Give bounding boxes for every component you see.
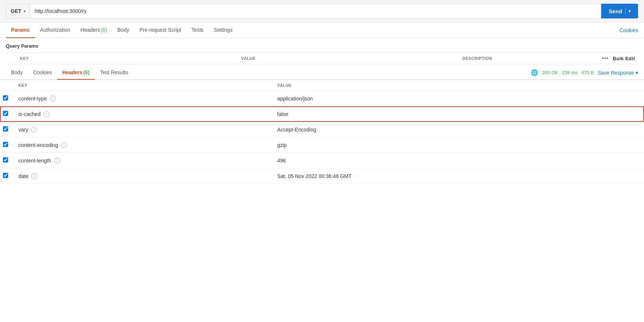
query-params-section: Query Params KEY VALUE DESCRIPTION ••• B…: [0, 38, 644, 64]
info-icon[interactable]: i: [54, 158, 60, 164]
request-tabs: Params Authorization Headers(6) Body Pre…: [0, 23, 644, 38]
info-icon[interactable]: i: [44, 111, 49, 117]
tab-params[interactable]: Params: [6, 23, 35, 38]
tab-pre-request-script[interactable]: Pre-request Script: [134, 23, 186, 38]
row-checkbox-cell: [0, 168, 13, 184]
header-key-text: content-type: [18, 96, 47, 102]
cookies-link[interactable]: Cookies: [619, 23, 638, 38]
resp-col-key: KEY: [13, 80, 271, 91]
header-value-cell: gzip: [271, 137, 644, 153]
tab-settings[interactable]: Settings: [209, 23, 238, 38]
row-checkbox[interactable]: [3, 95, 8, 100]
query-params-title: Query Params: [6, 43, 638, 49]
response-header-row: content-type i application/json: [0, 91, 644, 106]
header-key-cell: content-encoding i: [13, 137, 271, 153]
row-checkbox-cell: [0, 137, 13, 153]
header-key-text: content-length: [18, 158, 51, 164]
row-checkbox[interactable]: [3, 126, 8, 131]
resp-tab-body[interactable]: Body: [6, 66, 28, 80]
header-key-text: date: [18, 173, 28, 179]
info-icon[interactable]: i: [50, 96, 56, 102]
header-value-cell: 496: [271, 153, 644, 168]
params-col-actions: ••• Bulk Edit: [544, 53, 638, 64]
response-header-row: date i Sat, 05 Nov 2022 00:36:48 GMT: [0, 168, 644, 184]
tab-body[interactable]: Body: [112, 23, 134, 38]
header-key-cell: content-type i: [13, 91, 271, 106]
tab-authorization[interactable]: Authorization: [35, 23, 76, 38]
resp-tab-headers[interactable]: Headers(6): [57, 66, 95, 80]
response-header-row: content-encoding i gzip: [0, 137, 644, 153]
row-checkbox[interactable]: [3, 157, 8, 162]
row-checkbox[interactable]: [3, 173, 8, 178]
response-meta: 🌐 200 OK 238 ms 670 B Save Response ▾: [531, 69, 638, 76]
tab-tests[interactable]: Tests: [186, 23, 209, 38]
resp-col-value: VALUE: [271, 80, 644, 91]
tab-headers[interactable]: Headers(6): [75, 23, 112, 38]
response-status: 200 OK: [542, 70, 558, 75]
info-icon[interactable]: i: [31, 173, 37, 179]
three-dots-icon[interactable]: •••: [602, 55, 608, 62]
response-header-row: is-cached i false: [0, 106, 644, 122]
response-time: 238 ms: [562, 70, 578, 75]
header-key-cell: content-length i: [13, 153, 271, 168]
method-chevron-icon: ▾: [24, 9, 25, 13]
header-key-cell: is-cached i: [13, 106, 271, 122]
info-icon[interactable]: i: [61, 142, 67, 148]
params-col-key: KEY: [17, 53, 238, 64]
header-key-text: vary: [18, 127, 28, 133]
response-header-row: content-length i 496: [0, 153, 644, 168]
row-checkbox[interactable]: [3, 111, 8, 116]
params-col-desc: DESCRIPTION: [460, 53, 544, 64]
resp-col-checkbox: [0, 80, 13, 91]
row-checkbox[interactable]: [3, 142, 8, 147]
response-tabs: Body Cookies Headers(6) Test Results 🌐 2…: [0, 66, 644, 80]
row-checkbox-cell: [0, 122, 13, 137]
row-checkbox-cell: [0, 91, 13, 106]
header-key-cell: vary i: [13, 122, 271, 137]
params-table: KEY VALUE DESCRIPTION ••• Bulk Edit: [6, 52, 638, 64]
bulk-edit-button[interactable]: Bulk Edit: [613, 56, 635, 61]
header-value-cell: Accept-Encoding: [271, 122, 644, 137]
response-size: 670 B: [581, 70, 594, 75]
send-button[interactable]: Send ▾: [601, 4, 638, 18]
header-key-text: is-cached: [18, 111, 41, 117]
send-divider: [625, 7, 626, 15]
header-value-cell: Sat, 05 Nov 2022 00:36:48 GMT: [271, 168, 644, 184]
globe-icon: 🌐: [531, 69, 538, 76]
params-col-value: VALUE: [238, 53, 460, 64]
method-label: GET: [11, 8, 21, 14]
header-value-cell: false: [271, 106, 644, 122]
header-value-cell: application/json: [271, 91, 644, 106]
params-col-checkbox: [6, 53, 17, 64]
info-icon[interactable]: i: [31, 127, 37, 133]
save-response-button[interactable]: Save Response ▾: [598, 70, 638, 76]
send-arrow-icon: ▾: [629, 9, 631, 14]
row-checkbox-cell: [0, 153, 13, 168]
response-headers-table: KEY VALUE content-type i application/jso…: [0, 80, 644, 184]
url-input[interactable]: [30, 4, 602, 18]
row-checkbox-cell: [0, 106, 13, 122]
response-header-row: vary i Accept-Encoding: [0, 122, 644, 137]
resp-tab-cookies[interactable]: Cookies: [28, 66, 57, 80]
header-key-text: content-encoding: [18, 142, 58, 148]
url-bar: GET ▾ Send ▾: [0, 0, 644, 23]
save-response-arrow-icon: ▾: [636, 70, 638, 76]
method-selector[interactable]: GET ▾: [6, 4, 30, 18]
send-label: Send: [609, 8, 622, 14]
header-key-cell: date i: [13, 168, 271, 184]
resp-tab-test-results[interactable]: Test Results: [95, 66, 133, 80]
